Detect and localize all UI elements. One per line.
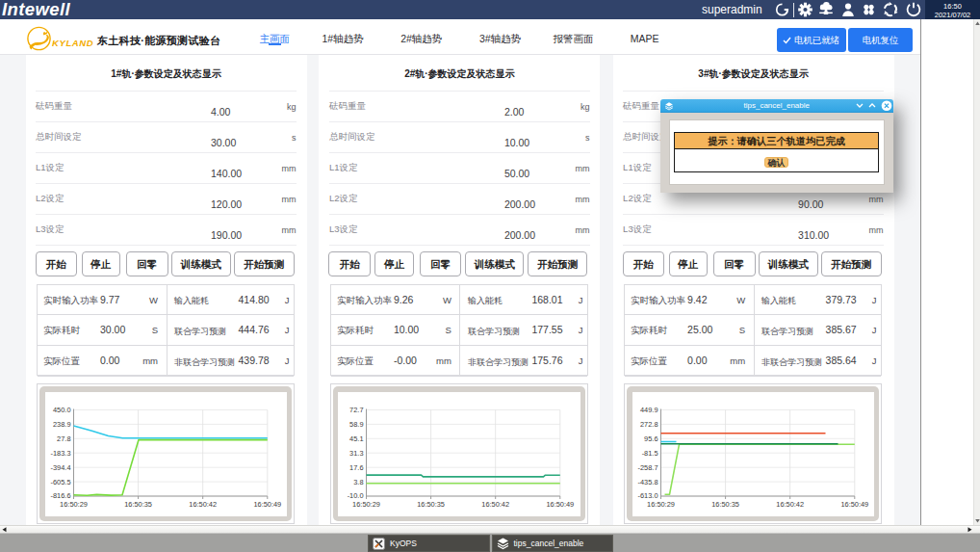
svg-text:58.9: 58.9 xyxy=(350,419,364,428)
svg-text:-435.8: -435.8 xyxy=(637,477,658,486)
svg-text:31.3: 31.3 xyxy=(350,448,364,457)
svg-text:16:50:29: 16:50:29 xyxy=(353,499,381,508)
svg-text:3.8: 3.8 xyxy=(354,477,364,486)
svg-text:45.1: 45.1 xyxy=(350,434,364,442)
svg-text:16:50:35: 16:50:35 xyxy=(418,499,446,508)
svg-text:16:50:35: 16:50:35 xyxy=(711,499,739,508)
svg-text:16:50:49: 16:50:49 xyxy=(547,499,575,508)
svg-text:16:50:49: 16:50:49 xyxy=(253,499,281,508)
svg-text:-394.4: -394.4 xyxy=(50,462,70,471)
svg-text:450.0: 450.0 xyxy=(53,405,71,413)
svg-text:449.9: 449.9 xyxy=(640,405,658,413)
svg-text:17.6: 17.6 xyxy=(350,462,364,471)
svg-text:16:50:42: 16:50:42 xyxy=(189,499,217,508)
svg-text:16:50:29: 16:50:29 xyxy=(60,499,88,508)
svg-text:-183.3: -183.3 xyxy=(50,448,70,457)
svg-text:16:50:42: 16:50:42 xyxy=(776,499,804,508)
svg-text:-605.5: -605.5 xyxy=(50,477,70,486)
svg-text:16:50:42: 16:50:42 xyxy=(482,499,510,508)
svg-text:-81.5: -81.5 xyxy=(641,448,658,457)
svg-text:272.8: 272.8 xyxy=(640,419,658,428)
svg-text:-258.7: -258.7 xyxy=(637,462,658,471)
svg-text:238.9: 238.9 xyxy=(53,419,71,428)
svg-text:27.8: 27.8 xyxy=(57,434,70,442)
svg-text:72.7: 72.7 xyxy=(350,405,364,413)
svg-text:16:50:35: 16:50:35 xyxy=(124,499,152,508)
svg-text:95.6: 95.6 xyxy=(644,434,658,442)
svg-text:16:50:29: 16:50:29 xyxy=(647,499,675,508)
svg-text:16:50:49: 16:50:49 xyxy=(840,499,868,508)
